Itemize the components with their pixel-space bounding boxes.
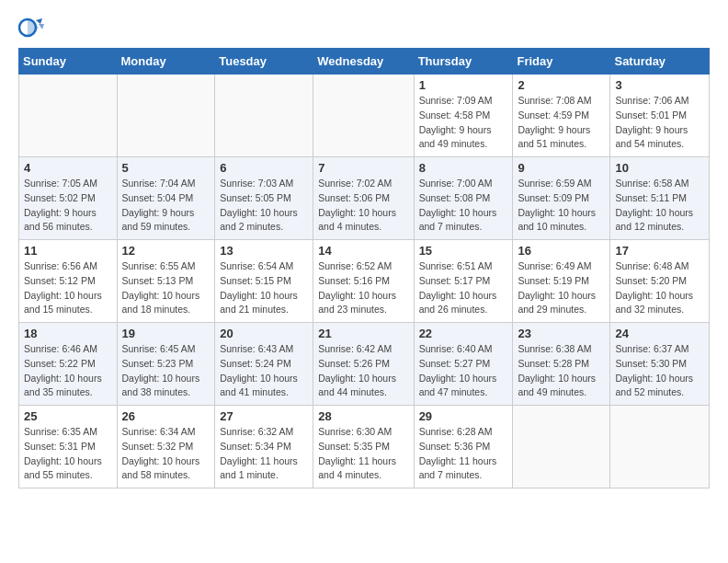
calendar-cell [19,75,118,157]
day-info: Sunrise: 6:48 AMSunset: 5:20 PMDaylight:… [615,259,704,317]
weekday-header-tuesday: Tuesday [215,49,313,75]
calendar-cell: 23Sunrise: 6:38 AMSunset: 5:28 PMDayligh… [513,323,610,406]
day-info: Sunrise: 7:08 AMSunset: 4:59 PMDaylight:… [518,94,605,152]
day-info: Sunrise: 6:38 AMSunset: 5:28 PMDaylight:… [518,342,605,400]
calendar-cell: 28Sunrise: 6:30 AMSunset: 5:35 PMDayligh… [313,406,414,488]
day-info: Sunrise: 6:55 AMSunset: 5:13 PMDaylight:… [122,259,210,317]
calendar-cell: 24Sunrise: 6:37 AMSunset: 5:30 PMDayligh… [610,323,710,406]
day-number: 17 [615,244,704,258]
calendar-cell [215,75,313,157]
day-info: Sunrise: 6:51 AMSunset: 5:17 PMDaylight:… [419,259,508,317]
day-number: 8 [419,161,508,175]
calendar-cell: 2Sunrise: 7:08 AMSunset: 4:59 PMDaylight… [513,75,610,157]
day-info: Sunrise: 6:54 AMSunset: 5:15 PMDaylight:… [220,259,308,317]
logo [18,15,48,40]
day-info: Sunrise: 6:28 AMSunset: 5:36 PMDaylight:… [419,425,508,483]
day-number: 29 [419,409,508,423]
day-info: Sunrise: 6:32 AMSunset: 5:34 PMDaylight:… [220,425,308,483]
day-info: Sunrise: 7:06 AMSunset: 5:01 PMDaylight:… [615,94,704,152]
day-info: Sunrise: 6:35 AMSunset: 5:31 PMDaylight:… [24,425,112,483]
day-info: Sunrise: 6:40 AMSunset: 5:27 PMDaylight:… [419,342,508,400]
day-number: 25 [24,409,112,423]
day-number: 14 [318,244,408,258]
day-number: 1 [419,78,508,92]
day-number: 4 [24,161,112,175]
day-info: Sunrise: 6:37 AMSunset: 5:30 PMDaylight:… [615,342,704,400]
calendar-table: SundayMondayTuesdayWednesdayThursdayFrid… [18,48,710,488]
day-info: Sunrise: 6:59 AMSunset: 5:09 PMDaylight:… [518,177,605,235]
calendar-cell: 17Sunrise: 6:48 AMSunset: 5:20 PMDayligh… [610,240,710,323]
day-info: Sunrise: 6:30 AMSunset: 5:35 PMDaylight:… [318,425,408,483]
calendar-cell [610,406,710,488]
day-number: 13 [220,244,308,258]
calendar-week-row: 25Sunrise: 6:35 AMSunset: 5:31 PMDayligh… [19,406,710,488]
weekday-header-monday: Monday [117,49,215,75]
day-number: 15 [419,244,508,258]
calendar-cell: 12Sunrise: 6:55 AMSunset: 5:13 PMDayligh… [117,240,215,323]
calendar-cell: 26Sunrise: 6:34 AMSunset: 5:32 PMDayligh… [117,406,215,488]
calendar-cell [313,75,414,157]
calendar-cell: 29Sunrise: 6:28 AMSunset: 5:36 PMDayligh… [414,406,513,488]
day-info: Sunrise: 6:43 AMSunset: 5:24 PMDaylight:… [220,342,308,400]
day-number: 3 [615,78,704,92]
calendar-cell: 3Sunrise: 7:06 AMSunset: 5:01 PMDaylight… [610,75,710,157]
logo-icon [18,15,44,40]
day-info: Sunrise: 6:56 AMSunset: 5:12 PMDaylight:… [24,259,112,317]
day-number: 18 [24,327,112,340]
calendar-cell: 11Sunrise: 6:56 AMSunset: 5:12 PMDayligh… [19,240,118,323]
day-number: 16 [518,244,605,258]
calendar-cell: 18Sunrise: 6:46 AMSunset: 5:22 PMDayligh… [19,323,118,406]
calendar-cell: 13Sunrise: 6:54 AMSunset: 5:15 PMDayligh… [215,240,313,323]
day-number: 6 [220,161,308,175]
calendar-cell: 20Sunrise: 6:43 AMSunset: 5:24 PMDayligh… [215,323,313,406]
day-number: 23 [518,327,605,340]
day-number: 19 [122,327,210,340]
day-number: 24 [615,327,704,340]
day-number: 9 [518,161,605,175]
weekday-header-row: SundayMondayTuesdayWednesdayThursdayFrid… [19,49,710,75]
calendar-cell: 10Sunrise: 6:58 AMSunset: 5:11 PMDayligh… [610,157,710,240]
day-number: 2 [518,78,605,92]
weekday-header-friday: Friday [513,49,610,75]
day-number: 7 [318,161,408,175]
weekday-header-thursday: Thursday [414,49,513,75]
calendar-week-row: 11Sunrise: 6:56 AMSunset: 5:12 PMDayligh… [19,240,710,323]
day-number: 11 [24,244,112,258]
calendar-cell [117,75,215,157]
calendar-cell: 4Sunrise: 7:05 AMSunset: 5:02 PMDaylight… [19,157,118,240]
day-number: 20 [220,327,308,340]
day-number: 26 [122,409,210,423]
day-number: 28 [318,409,408,423]
day-number: 21 [318,327,408,340]
day-info: Sunrise: 7:04 AMSunset: 5:04 PMDaylight:… [122,177,210,235]
day-info: Sunrise: 7:05 AMSunset: 5:02 PMDaylight:… [24,177,112,235]
calendar-cell: 8Sunrise: 7:00 AMSunset: 5:08 PMDaylight… [414,157,513,240]
calendar-cell [513,406,610,488]
day-info: Sunrise: 7:02 AMSunset: 5:06 PMDaylight:… [318,177,408,235]
calendar-cell: 16Sunrise: 6:49 AMSunset: 5:19 PMDayligh… [513,240,610,323]
calendar-cell: 1Sunrise: 7:09 AMSunset: 4:58 PMDaylight… [414,75,513,157]
calendar-cell: 9Sunrise: 6:59 AMSunset: 5:09 PMDaylight… [513,157,610,240]
calendar-cell: 6Sunrise: 7:03 AMSunset: 5:05 PMDaylight… [215,157,313,240]
calendar-week-row: 1Sunrise: 7:09 AMSunset: 4:58 PMDaylight… [19,75,710,157]
calendar-cell: 15Sunrise: 6:51 AMSunset: 5:17 PMDayligh… [414,240,513,323]
weekday-header-sunday: Sunday [19,49,118,75]
day-info: Sunrise: 6:49 AMSunset: 5:19 PMDaylight:… [518,259,605,317]
calendar-cell: 22Sunrise: 6:40 AMSunset: 5:27 PMDayligh… [414,323,513,406]
weekday-header-saturday: Saturday [610,49,710,75]
day-info: Sunrise: 6:58 AMSunset: 5:11 PMDaylight:… [615,177,704,235]
calendar-cell: 7Sunrise: 7:02 AMSunset: 5:06 PMDaylight… [313,157,414,240]
day-info: Sunrise: 6:52 AMSunset: 5:16 PMDaylight:… [318,259,408,317]
calendar-cell: 19Sunrise: 6:45 AMSunset: 5:23 PMDayligh… [117,323,215,406]
day-info: Sunrise: 6:34 AMSunset: 5:32 PMDaylight:… [122,425,210,483]
day-info: Sunrise: 6:46 AMSunset: 5:22 PMDaylight:… [24,342,112,400]
day-info: Sunrise: 7:03 AMSunset: 5:05 PMDaylight:… [220,177,308,235]
calendar-week-row: 4Sunrise: 7:05 AMSunset: 5:02 PMDaylight… [19,157,710,240]
day-number: 12 [122,244,210,258]
day-info: Sunrise: 6:42 AMSunset: 5:26 PMDaylight:… [318,342,408,400]
calendar-week-row: 18Sunrise: 6:46 AMSunset: 5:22 PMDayligh… [19,323,710,406]
day-number: 10 [615,161,704,175]
page-header [18,15,710,40]
calendar-cell: 25Sunrise: 6:35 AMSunset: 5:31 PMDayligh… [19,406,118,488]
day-number: 22 [419,327,508,340]
